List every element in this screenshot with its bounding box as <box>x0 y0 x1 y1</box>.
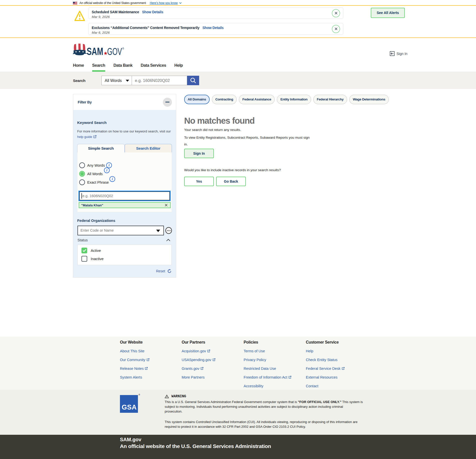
svg-text:SAM: SAM <box>87 45 103 56</box>
svg-text:GOV: GOV <box>107 46 122 56</box>
svg-text:®: ® <box>122 47 124 50</box>
